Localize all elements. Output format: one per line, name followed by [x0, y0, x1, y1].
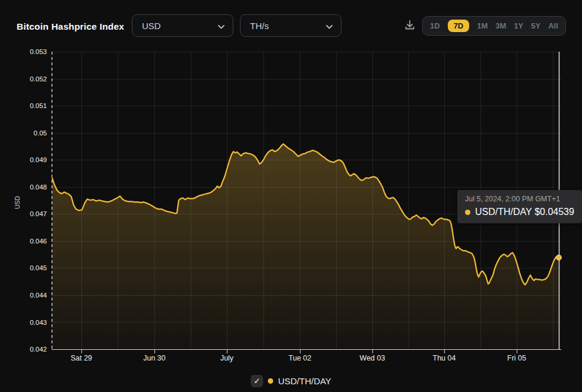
series-color-dot — [268, 378, 273, 384]
currency-select[interactable]: USD — [132, 14, 233, 37]
range-group: 1D7D1M3M1Y5YAll — [422, 16, 566, 36]
y-tick-label: 0.053 — [30, 48, 47, 55]
y-tick-label: 0.047 — [30, 210, 47, 217]
unit-select[interactable]: TH/s — [240, 14, 341, 37]
chart-tooltip: Jul 5, 2024, 2:00 PM GMT+1 USD/TH/DAY $0… — [457, 190, 582, 223]
x-tick-label: Wed 03 — [360, 354, 385, 362]
download-button[interactable] — [401, 17, 418, 34]
y-axis-labels: 0.0530.0520.0510.050.0490.0480.0470.0460… — [30, 48, 47, 353]
page-title: Bitcoin Hashprice Index — [17, 21, 124, 32]
series-color-dot — [465, 210, 470, 215]
currency-select-value: USD — [142, 21, 161, 31]
check-icon: ✓ — [254, 377, 260, 385]
y-tick-label: 0.049 — [30, 156, 47, 163]
range-button-7d[interactable]: 7D — [448, 20, 470, 32]
range-button-1m[interactable]: 1M — [477, 22, 488, 30]
y-tick-label: 0.05 — [34, 129, 47, 137]
x-tick-label: Thu 04 — [433, 354, 456, 362]
y-tick-label: 0.043 — [30, 319, 47, 326]
tooltip-date: Jul 5, 2024, 2:00 PM GMT+1 — [465, 195, 574, 203]
y-tick-label: 0.045 — [30, 264, 47, 271]
download-icon — [404, 19, 416, 33]
chevron-down-icon — [218, 21, 224, 31]
x-tick-label: Tue 02 — [289, 354, 312, 362]
range-button-all[interactable]: All — [548, 22, 558, 30]
y-tick-label: 0.052 — [30, 75, 47, 83]
hover-point-dot — [556, 255, 562, 260]
y-tick-label: 0.046 — [30, 238, 47, 245]
x-axis-labels: Sat 29Jun 30JulyTue 02Wed 03Thu 04Fri 05 — [71, 354, 526, 362]
x-tick-label: July — [220, 354, 234, 362]
range-button-5y[interactable]: 5Y — [531, 22, 540, 30]
legend-label: USD/TH/DAY — [278, 376, 331, 386]
y-tick-label: 0.042 — [30, 346, 47, 353]
x-tick-label: Fri 05 — [507, 354, 526, 362]
legend-checkbox[interactable]: ✓ — [251, 375, 263, 387]
range-button-1y[interactable]: 1Y — [514, 22, 523, 30]
chart-legend: ✓ USD/TH/DAY — [0, 375, 582, 387]
tooltip-series-value: USD/TH/DAY $0.04539 — [475, 207, 574, 217]
y-tick-label: 0.044 — [30, 292, 47, 299]
x-tick-label: Sat 29 — [71, 354, 92, 362]
unit-select-value: TH/s — [250, 21, 269, 31]
range-button-1d[interactable]: 1D — [430, 22, 440, 30]
y-axis-title: USD — [14, 195, 21, 209]
range-button-3m[interactable]: 3M — [495, 22, 506, 30]
series-area — [52, 144, 559, 349]
chevron-down-icon — [326, 21, 333, 31]
y-tick-label: 0.048 — [30, 184, 47, 191]
y-tick-label: 0.051 — [30, 102, 47, 109]
legend-item[interactable]: USD/TH/DAY — [268, 376, 331, 386]
x-tick-label: Jun 30 — [143, 354, 166, 362]
